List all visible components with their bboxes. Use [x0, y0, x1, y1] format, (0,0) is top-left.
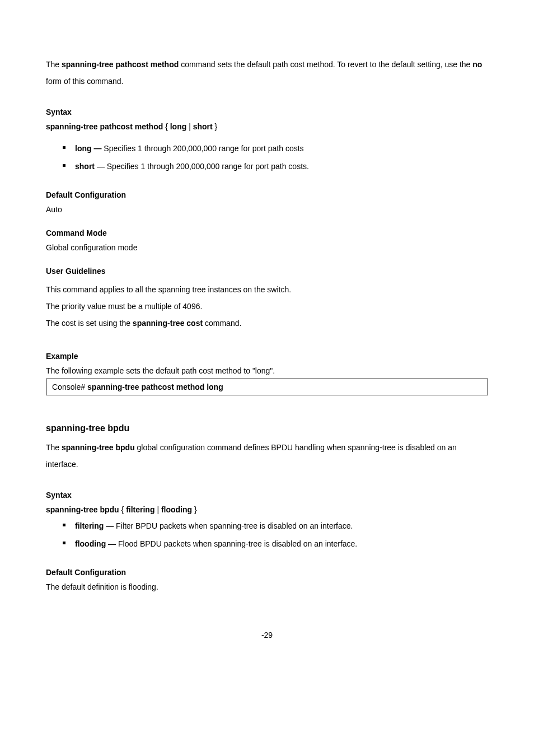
param-name: filtering [75, 521, 106, 530]
param-desc: — Flood BPDU packets when spanning-tree … [108, 539, 357, 548]
text: The cost is set using the spanning-tree … [46, 315, 488, 332]
syntax-line: spanning-tree pathcost method { long | s… [46, 122, 488, 131]
brace-close: } [215, 122, 218, 131]
guidelines-body: This command applies to all the spanning… [46, 281, 488, 332]
text: command sets the default path cost metho… [179, 60, 472, 69]
list-item: flooding — Flood BPDU packets when spann… [63, 535, 488, 553]
console-prompt: Console# [52, 382, 87, 391]
syntax-opt-a: filtering [124, 505, 157, 514]
example-desc: The following example sets the default p… [46, 366, 488, 375]
default-value: The default definition is flooding. [46, 582, 488, 591]
list-item: filtering — Filter BPDU packets when spa… [63, 517, 488, 535]
console-cmd: spanning-tree pathcost method long [87, 382, 223, 391]
syntax-heading: Syntax [46, 108, 488, 116]
page-number: -29 [46, 631, 488, 640]
list-item: long — Specifies 1 through 200,000,000 r… [63, 140, 488, 158]
text: form of this command. [46, 77, 124, 86]
syntax-opt-a: long [168, 122, 189, 131]
example-heading: Example [46, 352, 488, 361]
page-content: The spanning-tree pathcost method comman… [46, 0, 488, 673]
keyword-no: no [472, 60, 482, 69]
param-desc: — Filter BPDU packets when spanning-tree… [106, 521, 353, 530]
mode-value: Global configuration mode [46, 243, 488, 252]
guidelines-heading: User Guidelines [46, 267, 488, 276]
text: This command applies to all the spanning… [46, 281, 488, 298]
mode-heading: Command Mode [46, 228, 488, 237]
param-name: long — [75, 144, 104, 153]
syntax-heading: Syntax [46, 491, 488, 500]
section-title: spanning-tree bpdu [46, 423, 488, 433]
syntax-opt-b: short [191, 122, 215, 131]
sec1-desc: The spanning-tree pathcost method comman… [46, 56, 488, 90]
cmd-name: spanning-tree pathcost method [62, 60, 179, 69]
param-name: flooding [75, 539, 108, 548]
cmd-name: spanning-tree bpdu [62, 443, 135, 452]
ref-cmd: spanning-tree cost [133, 319, 203, 328]
default-value: Auto [46, 205, 488, 214]
text: The priority value must be a multiple of… [46, 298, 488, 315]
syntax-cmd: spanning-tree pathcost method [46, 122, 165, 131]
param-list: long — Specifies 1 through 200,000,000 r… [46, 140, 488, 176]
param-desc: Specifies 1 through 200,000,000 range fo… [104, 144, 303, 153]
syntax-line: spanning-tree bpdu { filtering | floodin… [46, 505, 488, 514]
param-desc: — Specifies 1 through 200,000,000 range … [97, 162, 309, 171]
sec2-desc: The spanning-tree bpdu global configurat… [46, 439, 488, 473]
brace-close: } [194, 505, 197, 514]
text: The cost is set using the [46, 319, 133, 328]
text: command. [203, 319, 241, 328]
syntax-cmd: spanning-tree bpdu [46, 505, 121, 514]
default-heading: Default Configuration [46, 568, 488, 577]
text: The [46, 60, 62, 69]
param-name: short [75, 162, 97, 171]
syntax-opt-b: flooding [159, 505, 194, 514]
param-list: filtering — Filter BPDU packets when spa… [46, 517, 488, 553]
default-heading: Default Configuration [46, 190, 488, 199]
text: The [46, 443, 62, 452]
list-item: short — Specifies 1 through 200,000,000 … [63, 158, 488, 176]
console-box: Console# spanning-tree pathcost method l… [46, 379, 488, 395]
